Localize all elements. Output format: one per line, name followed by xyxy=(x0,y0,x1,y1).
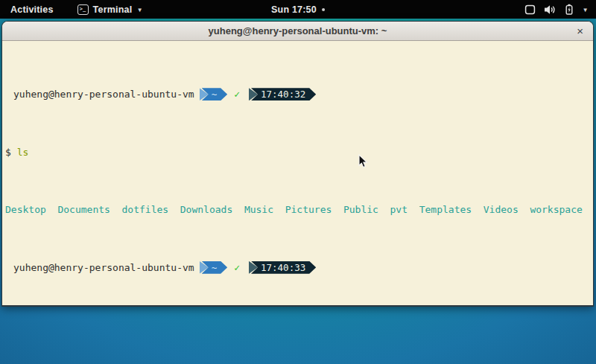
window-title: yuheng@henry-personal-ubuntu-vm: ~ xyxy=(209,25,387,36)
directory-name: dotfiles xyxy=(122,204,169,216)
directory-name: Documents xyxy=(57,204,110,216)
directory-name: Downloads xyxy=(180,204,232,216)
status-check-icon: ✓ xyxy=(234,262,240,274)
top-bar: Activities >_ Terminal ▾ Sun 17:50 ▾ xyxy=(0,0,596,19)
directory-name: Videos xyxy=(484,204,519,216)
prompt-line: yuheng@henry-personal-ubuntu-vm ~ ✓ 17:4… xyxy=(5,89,592,100)
terminal-screen[interactable]: yuheng@henry-personal-ubuntu-vm ~ ✓ 17:4… xyxy=(2,41,593,305)
system-status-menu[interactable]: ▾ xyxy=(520,0,592,19)
volume-icon xyxy=(544,4,556,15)
clock-button[interactable]: Sun 17:50 xyxy=(271,0,325,19)
directory-name: Templates xyxy=(419,204,472,216)
powerline-cwd-segment: ~ xyxy=(200,88,228,100)
app-menu-terminal[interactable]: >_ Terminal ▾ xyxy=(77,4,142,15)
caret-down-icon: ▾ xyxy=(584,6,587,13)
directory-name: Pictures xyxy=(285,204,332,216)
notification-dot-icon xyxy=(322,8,325,11)
powerline-time-segment: 17:40:32 xyxy=(249,88,316,100)
directory-name: workspace xyxy=(530,204,582,216)
prompt-user-host: yuheng@henry-personal-ubuntu-vm xyxy=(13,89,194,100)
command-text: ls xyxy=(17,147,29,159)
window-titlebar[interactable]: yuheng@henry-personal-ubuntu-vm: ~ × xyxy=(2,22,593,41)
time-badge: 17:40:32 xyxy=(251,88,316,100)
status-check-icon: ✓ xyxy=(234,89,240,100)
close-icon[interactable]: × xyxy=(577,25,583,36)
screen-icon xyxy=(524,4,536,15)
directory-name: Music xyxy=(244,204,273,216)
mouse-pointer-icon xyxy=(358,154,369,172)
time-badge: 17:40:33 xyxy=(251,261,316,274)
chevron-down-icon: ▾ xyxy=(138,6,141,13)
powerline-cwd-segment: ~ xyxy=(200,261,228,274)
powerline-time-segment: 17:40:33 xyxy=(249,261,316,274)
desktop: { "topbar": { "activities_label": "Activ… xyxy=(0,0,596,364)
ls-output-line: DesktopDocumentsdotfilesDownloadsMusicPi… xyxy=(5,204,592,216)
directory-name: Desktop xyxy=(5,204,46,216)
command-line: $ ls xyxy=(5,147,592,159)
battery-charging-icon xyxy=(564,4,574,15)
prompt-line: yuheng@henry-personal-ubuntu-vm ~ ✓ 17:4… xyxy=(5,262,592,274)
app-menu-label: Terminal xyxy=(93,4,133,15)
prompt-user-host: yuheng@henry-personal-ubuntu-vm xyxy=(13,262,194,274)
terminal-icon: >_ xyxy=(77,4,89,15)
activities-button[interactable]: Activities xyxy=(7,4,57,15)
directory-name: Public xyxy=(343,204,378,216)
clock-label: Sun 17:50 xyxy=(271,4,317,15)
terminal-window: yuheng@henry-personal-ubuntu-vm: ~ × yuh… xyxy=(1,21,594,307)
prompt-char: $ xyxy=(5,147,11,159)
directory-name: pvt xyxy=(390,204,408,216)
